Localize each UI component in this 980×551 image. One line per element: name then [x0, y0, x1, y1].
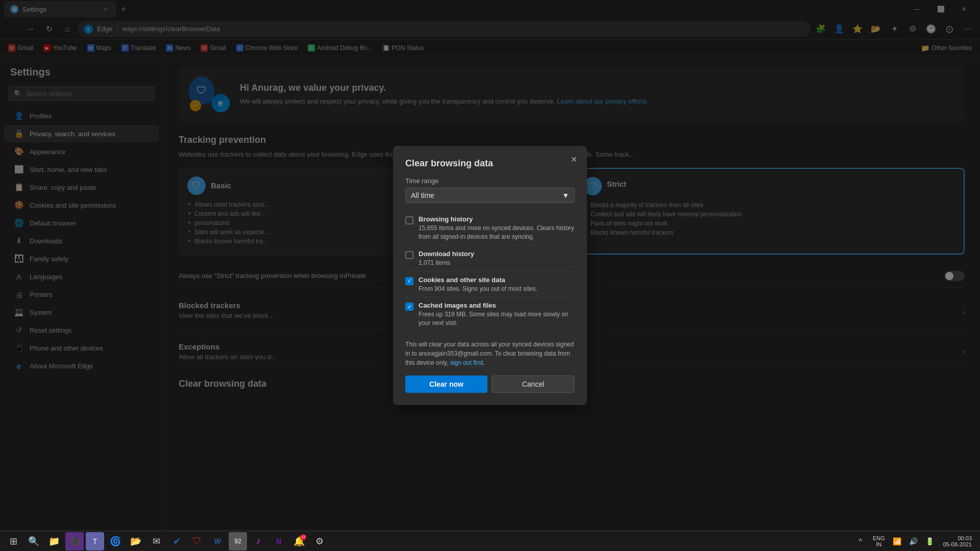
sync-note: This will clear your data across all you… — [405, 340, 575, 367]
cb-description: From 904 sites. Signs you out of most si… — [419, 285, 537, 293]
speaker-icon[interactable]: 🔊 — [906, 534, 921, 548]
cookies-checkbox[interactable]: ✓ — [405, 277, 413, 285]
cb-description: 1,071 items — [419, 259, 474, 267]
download-history-checkbox[interactable] — [405, 251, 413, 259]
onenote-button[interactable]: N — [270, 532, 288, 550]
checkbox-cookies[interactable]: ✓ Cookies and other site data From 904 s… — [405, 272, 575, 298]
time-range-label: Time range — [405, 177, 575, 185]
music-button[interactable]: ♪ — [249, 532, 267, 550]
security-btn[interactable]: 🛡 — [188, 532, 206, 550]
teams-button[interactable]: T — [86, 532, 104, 550]
notification-badge: 12 — [300, 534, 306, 540]
cached-text: Cached images and files Frees up 319 MB.… — [419, 302, 575, 328]
folder-button[interactable]: 📂 — [127, 532, 145, 550]
checkbox-cached[interactable]: ✓ Cached images and files Frees up 319 M… — [405, 297, 575, 332]
word-button[interactable]: W — [208, 532, 227, 550]
battery-icon[interactable]: 🔋 — [923, 534, 937, 548]
file-explorer-button[interactable]: 📁 — [45, 532, 63, 550]
snip-button[interactable]: ⬛ — [65, 532, 84, 550]
settings-btn[interactable]: ⚙ — [310, 532, 329, 550]
sign-out-link[interactable]: sign out first — [450, 359, 483, 366]
time-range-value: All time — [411, 191, 434, 199]
browsing-history-text: Browsing history 15,655 items and more o… — [419, 215, 575, 241]
edge-button[interactable]: 🌀 — [106, 532, 125, 550]
dialog-title: Clear browsing data — [405, 158, 575, 169]
clear-browsing-dialog: Clear browsing data ✕ Time range All tim… — [393, 146, 587, 405]
notifications-button[interactable]: 🔔 12 — [290, 532, 308, 550]
todo-button[interactable]: ✔ — [167, 532, 186, 550]
start-button[interactable]: ⊞ — [4, 532, 22, 550]
tray-time: 00:03 — [958, 535, 972, 541]
time-range-select[interactable]: All time ▼ — [405, 188, 575, 203]
dialog-close-button[interactable]: ✕ — [567, 152, 581, 166]
checkbox-download-history[interactable]: Download history 1,071 items — [405, 246, 575, 272]
cb-description: 15,655 items and more on synced devices.… — [419, 224, 575, 241]
cb-label: Browsing history — [419, 215, 575, 223]
apps-button[interactable]: 92 — [229, 532, 247, 550]
clear-now-button[interactable]: Clear now — [405, 375, 487, 393]
tray-language[interactable]: ENG IN — [870, 535, 888, 547]
cached-checkbox[interactable]: ✓ — [405, 303, 413, 311]
cb-description: Frees up 319 MB. Some sites may load mor… — [419, 310, 575, 328]
chevron-down-icon: ▼ — [562, 191, 569, 199]
mail-button[interactable]: ✉ — [147, 532, 165, 550]
dialog-actions: Clear now Cancel — [405, 375, 575, 393]
search-button[interactable]: 🔍 — [24, 532, 43, 550]
system-tray: ^ ENG IN 📶 🔊 🔋 00:03 05-08-2021 — [853, 534, 976, 548]
tray-date: 05-08-2021 — [943, 541, 972, 547]
taskbar: ⊞ 🔍 📁 ⬛ T 🌀 📂 ✉ ✔ 🛡 W 92 ♪ N 🔔 12 ⚙ ^ EN… — [0, 531, 980, 551]
cookies-text: Cookies and other site data From 904 sit… — [419, 276, 537, 293]
wifi-icon[interactable]: 📶 — [890, 534, 904, 548]
download-history-text: Download history 1,071 items — [419, 250, 474, 267]
tray-chevron[interactable]: ^ — [853, 534, 868, 548]
tray-clock[interactable]: 00:03 05-08-2021 — [939, 535, 976, 547]
checkbox-browsing-history[interactable]: Browsing history 15,655 items and more o… — [405, 211, 575, 246]
cancel-button[interactable]: Cancel — [492, 375, 575, 393]
cb-label: Download history — [419, 250, 474, 258]
checkbox-group: Browsing history 15,655 items and more o… — [405, 211, 575, 332]
cb-label: Cached images and files — [419, 302, 575, 309]
browsing-history-checkbox[interactable] — [405, 216, 413, 224]
cb-label: Cookies and other site data — [419, 276, 537, 284]
dialog-overlay: Clear browsing data ✕ Time range All tim… — [0, 0, 980, 551]
